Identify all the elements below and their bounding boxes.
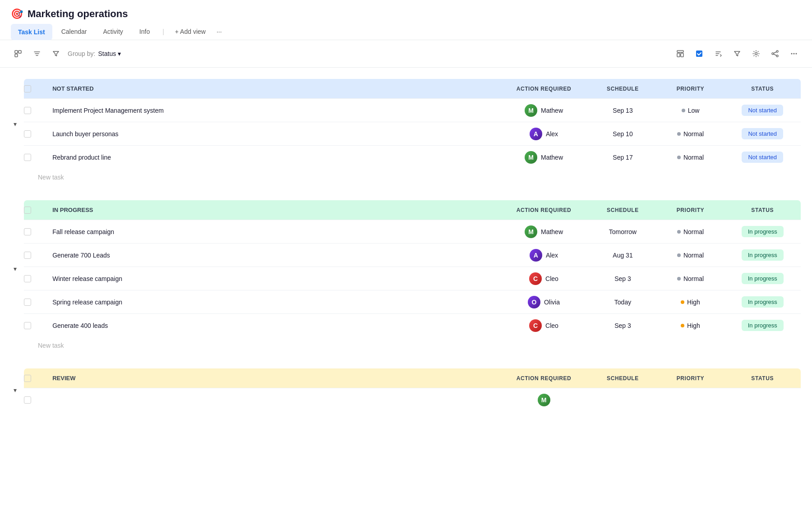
avatar-letter: C xyxy=(533,272,538,285)
section-not-started: ▾ NOT STARTED ACTION REQUIRED SCHEDULE P… xyxy=(11,78,801,185)
schedule-text: Sep 10 xyxy=(613,130,632,138)
tab-activity[interactable]: Activity xyxy=(96,23,130,40)
priority-dot xyxy=(677,253,681,257)
task-checkbox[interactable] xyxy=(24,107,31,114)
col-in-progress-name: IN PROGRESS xyxy=(45,200,498,220)
priority-dot xyxy=(677,277,681,281)
section-header-review: ▾ REVIEW ACTION REQUIRED SCHEDULE PRIORI… xyxy=(11,368,801,412)
new-task-in-progress[interactable]: New task xyxy=(11,337,801,354)
tab-task-list[interactable]: Task List xyxy=(11,24,52,40)
select-all-in-progress[interactable] xyxy=(24,207,31,214)
assignee-cell: M xyxy=(499,394,589,406)
priority-text: Normal xyxy=(683,154,704,161)
avatar: M xyxy=(525,225,537,238)
filter-icon[interactable] xyxy=(730,46,744,61)
task-name: Generate 400 leads xyxy=(52,322,108,329)
sort-icon[interactable] xyxy=(30,46,44,61)
avatar-letter: M xyxy=(528,151,534,164)
task-checkbox[interactable] xyxy=(24,228,31,235)
section-in-progress: ▾ IN PROGRESS ACTION REQUIRED SCHEDULE P… xyxy=(11,200,801,354)
assignee-name: Alex xyxy=(546,252,558,259)
task-checkbox[interactable] xyxy=(24,322,31,329)
group-by-value[interactable]: Status ▾ xyxy=(98,50,121,57)
assignee-cell: C Cleo xyxy=(499,272,589,285)
table-row: Spring release campaign O Olivia Today xyxy=(23,290,801,314)
status-badge: In progress xyxy=(742,320,784,331)
share-icon[interactable] xyxy=(768,46,782,61)
settings-icon[interactable] xyxy=(749,46,763,61)
select-all-not-started[interactable] xyxy=(24,85,31,92)
assignee-name: Cleo xyxy=(545,322,558,329)
schedule-text: Sep 3 xyxy=(614,322,631,329)
table-row: Implement Project Management system M Ma… xyxy=(23,99,801,122)
assignee-name: Alex xyxy=(546,130,558,138)
col-not-started-priority: PRIORITY xyxy=(657,79,724,99)
col-review-action: ACTION REQUIRED xyxy=(499,368,589,388)
col-not-started-status: STATUS xyxy=(724,79,801,99)
assignee-cell: M Mathew xyxy=(499,225,589,238)
select-all-review[interactable] xyxy=(24,375,31,382)
assignee-cell: C Cleo xyxy=(499,319,589,332)
avatar: M xyxy=(538,394,550,406)
tab-divider: | xyxy=(162,28,164,35)
status-badge: In progress xyxy=(742,296,784,308)
filter-toolbar-icon[interactable] xyxy=(49,46,63,61)
svg-rect-0 xyxy=(15,51,18,53)
svg-rect-2 xyxy=(15,54,18,57)
more-options-icon[interactable] xyxy=(787,46,801,61)
task-checkbox[interactable] xyxy=(24,396,31,404)
toolbar-left: Group by: Status ▾ xyxy=(11,46,668,61)
tab-calendar[interactable]: Calendar xyxy=(54,23,94,40)
priority-text: High xyxy=(687,299,700,306)
schedule-text: Aug 31 xyxy=(613,252,632,259)
tab-info[interactable]: Info xyxy=(132,23,157,40)
assignee-name: Mathew xyxy=(541,228,563,235)
avatar: M xyxy=(525,151,537,164)
priority-text: Low xyxy=(688,107,700,114)
template-icon[interactable] xyxy=(673,46,687,61)
assignee-name: Mathew xyxy=(541,107,563,114)
status-badge: In progress xyxy=(742,273,784,284)
table-not-started: NOT STARTED ACTION REQUIRED SCHEDULE PRI… xyxy=(23,78,801,169)
task-checkbox[interactable] xyxy=(24,275,31,282)
priority-dot xyxy=(682,109,685,112)
priority-cell: Low xyxy=(657,107,724,114)
task-checkbox[interactable] xyxy=(24,130,31,138)
collapse-icon[interactable] xyxy=(11,46,25,61)
table-row: Generate 400 leads C Cleo Sep 3 xyxy=(23,314,801,337)
svg-point-11 xyxy=(791,53,793,55)
avatar-letter: O xyxy=(532,296,537,308)
chevron-not-started[interactable]: ▾ xyxy=(11,120,20,128)
avatar-letter: A xyxy=(534,128,538,140)
col-in-progress-status: STATUS xyxy=(724,200,801,220)
chevron-review[interactable]: ▾ xyxy=(11,386,20,394)
svg-rect-5 xyxy=(681,53,683,57)
priority-text: Normal xyxy=(683,252,704,259)
task-name: Rebrand product line xyxy=(52,154,111,161)
more-tabs-button[interactable]: ··· xyxy=(213,23,226,40)
table-row: Winter release campaign C Cleo Sep 3 xyxy=(23,267,801,290)
add-view-button[interactable]: + Add view xyxy=(170,23,211,40)
task-checkbox[interactable] xyxy=(24,252,31,259)
new-task-not-started[interactable]: New task xyxy=(11,169,801,185)
avatar: A xyxy=(530,128,542,140)
page-title: Marketing operations xyxy=(28,8,128,20)
check-icon[interactable] xyxy=(692,46,706,61)
section-header-not-started: ▾ NOT STARTED ACTION REQUIRED SCHEDULE P… xyxy=(11,78,801,169)
sort-order-icon[interactable] xyxy=(711,46,725,61)
section-header-in-progress: ▾ IN PROGRESS ACTION REQUIRED SCHEDULE P… xyxy=(11,200,801,337)
priority-cell: Normal xyxy=(657,228,724,235)
avatar-letter: M xyxy=(528,225,534,238)
assignee-cell: M Mathew xyxy=(499,104,589,117)
task-checkbox[interactable] xyxy=(24,299,31,306)
schedule-text: Tomorrow xyxy=(609,228,637,235)
priority-cell: Normal xyxy=(657,252,724,259)
priority-cell: High xyxy=(657,299,724,306)
chevron-in-progress[interactable]: ▾ xyxy=(11,265,20,272)
group-by-label: Group by: xyxy=(68,50,95,57)
assignee-name: Olivia xyxy=(544,299,560,306)
col-not-started-schedule: SCHEDULE xyxy=(589,79,657,99)
assignee-name: Mathew xyxy=(541,154,563,161)
schedule-text: Sep 17 xyxy=(613,154,632,161)
task-checkbox[interactable] xyxy=(24,154,31,161)
